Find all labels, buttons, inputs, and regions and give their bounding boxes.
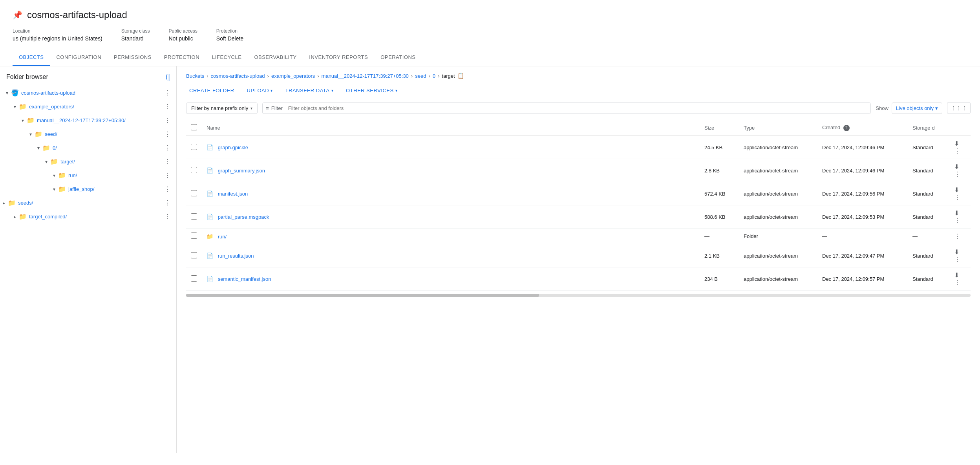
chevron-icon[interactable]: ▾ xyxy=(42,159,50,165)
row-select-checkbox[interactable] xyxy=(191,144,197,150)
file-link[interactable]: partial_parse.msgpack xyxy=(218,214,269,220)
transfer-data-button[interactable]: TRANSFER DATA ▾ xyxy=(282,85,336,96)
scrollbar-thumb[interactable] xyxy=(186,294,539,297)
row-name-cell: 📄 graph_summary.json xyxy=(202,159,700,182)
download-button[interactable]: ⬇ xyxy=(952,163,962,171)
columns-button[interactable]: ⋮⋮⋮ xyxy=(947,102,971,114)
tree-item-more-button[interactable]: ⋮ xyxy=(162,185,173,194)
row-select-checkbox[interactable] xyxy=(191,190,197,196)
row-created-cell: Dec 17, 2024, 12:09:56 PM xyxy=(817,182,908,205)
live-objects-dropdown[interactable]: Live objects only ▾ xyxy=(892,103,942,114)
chevron-icon[interactable]: ▾ xyxy=(50,173,58,178)
tree-item-seeds[interactable]: ▸ 📁 seeds/ ⋮ xyxy=(0,196,176,210)
breadcrumb-item-1[interactable]: cosmos-artifacts-upload xyxy=(211,73,265,79)
filter-prefix-dropdown[interactable]: Filter by name prefix only ▾ xyxy=(186,103,258,114)
chevron-icon[interactable]: ▸ xyxy=(11,214,19,220)
tree-item-label[interactable]: cosmos-artifacts-upload xyxy=(21,90,162,96)
file-link[interactable]: graph.gpickle xyxy=(218,145,248,150)
chevron-icon[interactable]: ▾ xyxy=(19,118,27,123)
row-more-button[interactable]: ⋮ xyxy=(952,278,963,287)
row-select-checkbox[interactable] xyxy=(191,167,197,173)
tree-item-run[interactable]: ▾ 📁 run/ ⋮ xyxy=(0,168,176,182)
file-link[interactable]: run/ xyxy=(218,234,227,240)
tree-item-label[interactable]: run/ xyxy=(68,172,162,178)
chevron-icon[interactable]: ▾ xyxy=(50,187,58,192)
tree-item-label[interactable]: seed/ xyxy=(45,131,162,137)
row-select-checkbox[interactable] xyxy=(191,275,197,282)
tab-objects[interactable]: OBJECTS xyxy=(13,49,50,66)
row-more-button[interactable]: ⋮ xyxy=(952,193,963,201)
tree-item-label[interactable]: target_compiled/ xyxy=(29,214,162,220)
tree-item-label[interactable]: jaffle_shop/ xyxy=(68,186,162,192)
file-link[interactable]: manifest.json xyxy=(218,191,248,197)
filter-icon-button[interactable]: ≡ Filter xyxy=(263,103,285,114)
tree-item-more-button[interactable]: ⋮ xyxy=(162,212,173,221)
file-link[interactable]: semantic_manifest.json xyxy=(218,276,271,282)
row-more-button[interactable]: ⋮ xyxy=(952,232,963,240)
create-folder-button[interactable]: CREATE FOLDER xyxy=(186,85,238,96)
tab-protection[interactable]: PROTECTION xyxy=(158,49,206,66)
copy-path-button[interactable]: 📋 xyxy=(457,73,464,79)
tree-item-zero[interactable]: ▾ 📁 0/ ⋮ xyxy=(0,141,176,155)
tree-item-label[interactable]: 0/ xyxy=(53,145,162,151)
tree-item-manual_2024[interactable]: ▾ 📁 manual__2024-12-17T17:39:27+05:30/ ⋮ xyxy=(0,114,176,127)
row-more-button[interactable]: ⋮ xyxy=(952,147,963,155)
tab-configuration[interactable]: CONFIGURATION xyxy=(50,49,108,66)
download-button[interactable]: ⬇ xyxy=(952,271,962,279)
breadcrumb-item-5[interactable]: 0 xyxy=(433,73,435,79)
row-select-checkbox[interactable] xyxy=(191,213,197,220)
tree-item-jaffle_shop[interactable]: ▾ 📁 jaffle_shop/ ⋮ xyxy=(0,182,176,196)
chevron-icon[interactable]: ▾ xyxy=(35,145,42,151)
breadcrumb-item-4[interactable]: seed xyxy=(415,73,426,79)
tab-observability[interactable]: OBSERVABILITY xyxy=(248,49,303,66)
chevron-icon[interactable]: ▾ xyxy=(3,90,11,96)
file-link[interactable]: graph_summary.json xyxy=(218,168,265,174)
tree-item-more-button[interactable]: ⋮ xyxy=(162,116,173,125)
tree-item-more-button[interactable]: ⋮ xyxy=(162,102,173,111)
tree-item-more-button[interactable]: ⋮ xyxy=(162,198,173,207)
tree-item-more-button[interactable]: ⋮ xyxy=(162,171,173,180)
row-more-button[interactable]: ⋮ xyxy=(952,255,963,264)
row-more-button[interactable]: ⋮ xyxy=(952,170,963,178)
chevron-icon[interactable]: ▾ xyxy=(11,104,19,110)
tree-item-label[interactable]: manual__2024-12-17T17:39:27+05:30/ xyxy=(37,117,162,123)
tree-item-more-button[interactable]: ⋮ xyxy=(162,130,173,139)
chevron-icon[interactable]: ▸ xyxy=(0,200,8,206)
horizontal-scrollbar[interactable] xyxy=(186,294,971,297)
tree-item-cosmos-artifacts-upload[interactable]: ▾ 🪣 cosmos-artifacts-upload ⋮ xyxy=(0,86,176,100)
created-help-icon[interactable]: ? xyxy=(843,125,850,131)
breadcrumb-item-2[interactable]: example_operators xyxy=(271,73,315,79)
filter-bar: Filter by name prefix only ▾ ≡ Filter Sh… xyxy=(186,102,971,114)
tree-item-seed[interactable]: ▾ 📁 seed/ ⋮ xyxy=(0,127,176,141)
tree-item-more-button[interactable]: ⋮ xyxy=(162,88,173,97)
tree-item-target[interactable]: ▾ 📁 target/ ⋮ xyxy=(0,155,176,168)
tab-inventory_reports[interactable]: INVENTORY REPORTS xyxy=(303,49,374,66)
tree-item-target_compiled[interactable]: ▸ 📁 target_compiled/ ⋮ xyxy=(0,210,176,223)
file-link[interactable]: run_results.json xyxy=(218,253,254,259)
download-button[interactable]: ⬇ xyxy=(952,139,962,148)
download-button[interactable]: ⬇ xyxy=(952,186,962,194)
tree-item-label[interactable]: example_operators/ xyxy=(29,104,162,110)
collapse-sidebar-button[interactable]: ⟨| xyxy=(165,73,170,81)
tab-operations[interactable]: OPERATIONS xyxy=(374,49,422,66)
tab-permissions[interactable]: PERMISSIONS xyxy=(108,49,158,66)
breadcrumb-item-0[interactable]: Buckets xyxy=(186,73,204,79)
download-button[interactable]: ⬇ xyxy=(952,248,962,256)
other-services-button[interactable]: OTHER SERVICES ▾ xyxy=(343,85,400,96)
chevron-icon[interactable]: ▾ xyxy=(27,132,35,137)
row-type-cell: application/octet-stream xyxy=(739,182,817,205)
tab-lifecycle[interactable]: LIFECYCLE xyxy=(206,49,248,66)
row-select-checkbox[interactable] xyxy=(191,233,197,239)
upload-button[interactable]: UPLOAD ▾ xyxy=(244,85,276,96)
tree-item-label[interactable]: seeds/ xyxy=(18,200,162,206)
tree-item-more-button[interactable]: ⋮ xyxy=(162,143,173,152)
breadcrumb-item-3[interactable]: manual__2024-12-17T17:39:27+05:30 xyxy=(322,73,409,79)
filter-input[interactable] xyxy=(286,103,871,114)
tree-item-example_operators[interactable]: ▾ 📁 example_operators/ ⋮ xyxy=(0,100,176,114)
row-more-button[interactable]: ⋮ xyxy=(952,216,963,225)
select-all-checkbox[interactable] xyxy=(191,124,197,130)
tree-item-more-button[interactable]: ⋮ xyxy=(162,157,173,166)
row-select-checkbox[interactable] xyxy=(191,252,197,258)
tree-item-label[interactable]: target/ xyxy=(60,159,162,165)
download-button[interactable]: ⬇ xyxy=(952,209,962,217)
